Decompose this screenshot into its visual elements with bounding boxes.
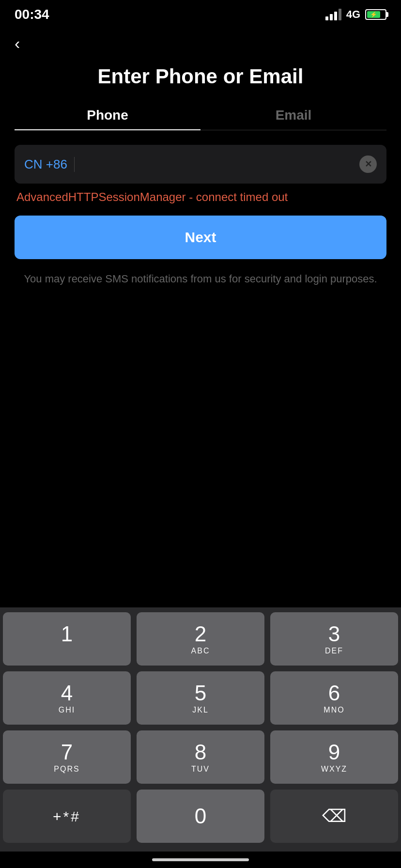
keyboard-row-2: 4 GHI 5 JKL 6 MNO xyxy=(3,671,398,725)
key-1[interactable]: 1 xyxy=(3,612,131,666)
back-button[interactable]: ‹ xyxy=(15,31,39,55)
sms-notice: You may receive SMS notifications from u… xyxy=(15,271,386,287)
phone-number-input[interactable] xyxy=(81,157,353,172)
keyboard-row-4: +*# 0 ⌫ xyxy=(3,790,398,843)
clear-icon: ✕ xyxy=(365,160,372,169)
key-3[interactable]: 3 DEF xyxy=(270,612,398,666)
signal-bars-icon xyxy=(325,9,341,20)
home-bar xyxy=(152,858,249,861)
tabs-container: Phone Email xyxy=(15,108,386,130)
key-0[interactable]: 0 xyxy=(137,790,264,843)
key-2[interactable]: 2 ABC xyxy=(137,612,264,666)
key-9[interactable]: 9 WXYZ xyxy=(270,730,398,784)
keyboard: 1 2 ABC 3 DEF 4 GHI 5 JKL 6 MNO 7 PQRS xyxy=(0,607,401,852)
phone-input-row: CN +86 ✕ xyxy=(15,145,386,184)
tab-email[interactable]: Email xyxy=(200,108,386,130)
next-button[interactable]: Next xyxy=(15,216,386,259)
error-message: AdvancedHTTPSessionManager - connect tim… xyxy=(15,190,386,204)
key-5[interactable]: 5 JKL xyxy=(137,671,264,725)
key-7[interactable]: 7 PQRS xyxy=(3,730,131,784)
country-code[interactable]: CN +86 xyxy=(24,157,75,172)
keyboard-row-3: 7 PQRS 8 TUV 9 WXYZ xyxy=(3,730,398,784)
home-indicator xyxy=(0,852,401,868)
keyboard-row-1: 1 2 ABC 3 DEF xyxy=(3,612,398,666)
key-symbols[interactable]: +*# xyxy=(3,790,131,843)
network-type: 4G xyxy=(346,8,360,21)
status-bar: 00:34 4G ⚡ xyxy=(0,0,401,26)
app-content: ‹ Enter Phone or Email Phone Email CN +8… xyxy=(0,26,401,607)
key-6[interactable]: 6 MNO xyxy=(270,671,398,725)
status-icons: 4G ⚡ xyxy=(325,8,386,21)
key-8[interactable]: 8 TUV xyxy=(137,730,264,784)
status-time: 00:34 xyxy=(15,7,49,22)
tab-phone[interactable]: Phone xyxy=(15,108,200,130)
battery-icon: ⚡ xyxy=(365,9,386,20)
page-title: Enter Phone or Email xyxy=(15,65,386,88)
key-4[interactable]: 4 GHI xyxy=(3,671,131,725)
back-arrow-icon: ‹ xyxy=(15,35,20,51)
backspace-icon: ⌫ xyxy=(322,806,347,826)
clear-button[interactable]: ✕ xyxy=(359,155,377,173)
key-backspace[interactable]: ⌫ xyxy=(270,790,398,843)
